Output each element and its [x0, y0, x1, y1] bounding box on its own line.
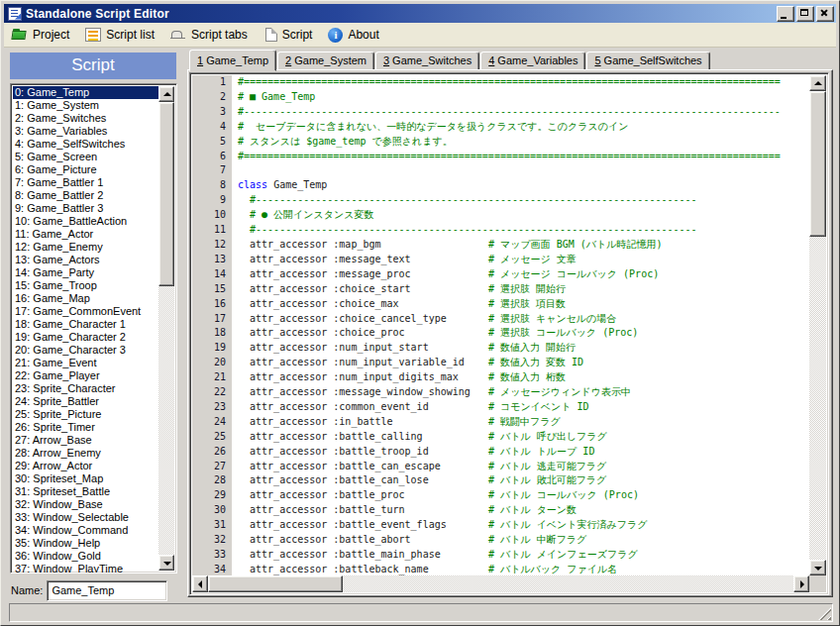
list-item[interactable]: 18: Game_Character 1	[13, 318, 158, 331]
code-line: 26 attr_accessor :battle_troop_id # バトル …	[192, 445, 809, 460]
script-list-button[interactable]: Script list	[79, 23, 164, 47]
tab-game_temp[interactable]: 1Game_Temp	[189, 50, 276, 71]
list-item[interactable]: 24: Sprite_Battler	[13, 395, 158, 408]
line-text: attr_accessor :choice_start # 選択肢 開始行	[232, 282, 566, 297]
script-tabs-icon	[170, 28, 186, 42]
list-item[interactable]: 20: Game_Character 3	[13, 344, 158, 357]
line-number: 18	[192, 326, 232, 341]
list-item[interactable]: 19: Game_Character 2	[13, 331, 158, 344]
list-item[interactable]: 7: Game_Battler 1	[13, 176, 158, 189]
line-text: #---------------------------------------…	[232, 105, 781, 120]
list-item[interactable]: 13: Game_Actors	[13, 254, 158, 266]
line-text: attr_accessor :choice_proc # 選択肢 コールバック …	[232, 326, 638, 341]
scroll-left-button[interactable]	[192, 575, 208, 592]
about-button[interactable]: About	[322, 23, 388, 47]
list-item[interactable]: 26: Sprite_Timer	[13, 421, 158, 434]
line-text: attr_accessor :battle_turn # バトル ターン数	[232, 503, 577, 518]
code-line: 14 attr_accessor :message_proc # メッセージ コ…	[192, 267, 809, 282]
list-item[interactable]: 6: Game_Picture	[13, 163, 158, 176]
maximize-button[interactable]	[796, 6, 814, 22]
scrollbar-thumb[interactable]	[208, 575, 343, 592]
project-button[interactable]: Project	[6, 23, 79, 47]
list-item[interactable]: 30: Spriteset_Map	[13, 472, 158, 485]
scroll-down-button[interactable]	[158, 555, 174, 571]
scrollbar-thumb[interactable]	[158, 102, 174, 286]
list-item[interactable]: 32: Window_Base	[13, 498, 158, 511]
scroll-up-button[interactable]	[158, 86, 174, 102]
list-item[interactable]: 14: Game_Party	[13, 266, 158, 279]
code-line: 12 attr_accessor :map_bgm # マップ画面 BGM (バ…	[192, 238, 809, 253]
script-page-icon	[265, 28, 277, 42]
code-area[interactable]: 1#======================================…	[192, 75, 809, 575]
list-item[interactable]: 21: Game_Event	[13, 357, 158, 369]
inline-comment: # バトル イベント実行済みフラグ	[488, 519, 648, 530]
list-item[interactable]: 23: Sprite_Character	[13, 382, 158, 395]
minimize-button[interactable]	[777, 6, 794, 22]
script-listbox[interactable]: 0: Game_Temp1: Game_System2: Game_Switch…	[10, 83, 177, 574]
inline-comment: # 選択肢 コールバック (Proc)	[488, 327, 638, 338]
list-item[interactable]: 31: Spriteset_Battle	[13, 485, 158, 498]
list-item[interactable]: 8: Game_Battler 2	[13, 189, 158, 202]
list-item[interactable]: 34: Window_Command	[13, 524, 158, 537]
scrollbar-thumb[interactable]	[809, 91, 826, 237]
list-item[interactable]: 15: Game_Troop	[13, 279, 158, 292]
list-item[interactable]: 10: Game_BattleAction	[13, 215, 158, 228]
tab-game_variables[interactable]: 4Game_Variables	[480, 52, 585, 70]
tab-game_switches[interactable]: 3Game_Switches	[375, 52, 479, 70]
list-item[interactable]: 3: Game_Variables	[13, 125, 158, 138]
line-text: #---------------------------------------…	[232, 223, 697, 238]
list-item[interactable]: 27: Arrow_Base	[13, 434, 158, 447]
list-item[interactable]: 25: Sprite_Picture	[13, 408, 158, 421]
list-item[interactable]: 0: Game_Temp	[13, 86, 158, 99]
line-number: 34	[192, 563, 232, 575]
tab-label: Game_Switches	[392, 54, 472, 66]
line-text: attr_accessor :map_bgm # マップ画面 BGM (バトル時…	[232, 238, 662, 253]
code-line: 25 attr_accessor :battle_calling # バトル 呼…	[192, 430, 809, 445]
scroll-down-button[interactable]	[809, 560, 826, 575]
resize-grip[interactable]	[818, 607, 831, 620]
list-item[interactable]: 1: Game_System	[13, 99, 158, 112]
script-tabs-button[interactable]: Script tabs	[164, 23, 258, 47]
tab-game_selfswitches[interactable]: 5Game_SelfSwitches	[586, 52, 709, 70]
tab-game_system[interactable]: 2Game_System	[277, 52, 374, 70]
code-line: 28 attr_accessor :battle_can_lose # バトル …	[192, 473, 809, 488]
line-number: 9	[192, 193, 232, 208]
list-item[interactable]: 36: Window_Gold	[13, 550, 158, 563]
list-item[interactable]: 33: Window_Selectable	[13, 511, 158, 524]
list-item[interactable]: 5: Game_Screen	[13, 151, 158, 163]
list-item[interactable]: 37: Window_PlayTime	[13, 563, 158, 574]
inline-comment: # バトル 中断フラグ	[488, 534, 586, 545]
code-line: 20 attr_accessor :num_input_variable_id …	[192, 356, 809, 370]
list-item[interactable]: 28: Arrow_Enemy	[13, 447, 158, 460]
list-item[interactable]: 29: Arrow_Actor	[13, 460, 158, 472]
inline-comment: # 選択肢 キャンセルの場合	[488, 313, 616, 324]
list-item[interactable]: 35: Window_Help	[13, 537, 158, 550]
editor-horizontal-scrollbar[interactable]	[192, 575, 809, 592]
close-button[interactable]	[816, 6, 834, 22]
list-item[interactable]: 2: Game_Switches	[13, 112, 158, 125]
line-text: # ■ Game_Temp	[232, 90, 315, 105]
list-item[interactable]: 9: Game_Battler 3	[13, 202, 158, 215]
code-editor[interactable]: 1#======================================…	[189, 72, 829, 595]
arrow-left-icon	[198, 580, 202, 588]
scroll-right-button[interactable]	[793, 575, 809, 592]
list-item[interactable]: 11: Game_Actor	[13, 228, 158, 241]
script-button[interactable]: Script	[258, 23, 323, 47]
script-name-input[interactable]	[47, 580, 167, 601]
line-text: attr_accessor :message_window_showing # …	[232, 385, 631, 400]
code-line: 15 attr_accessor :choice_start # 選択肢 開始行	[192, 282, 809, 297]
scroll-up-button[interactable]	[809, 75, 826, 91]
list-item[interactable]: 22: Game_Player	[13, 369, 158, 382]
list-item[interactable]: 12: Game_Enemy	[13, 241, 158, 254]
list-item[interactable]: 17: Game_CommonEvent	[13, 305, 158, 318]
line-text: # セーブデータに含まれない、一時的なデータを扱うクラスです。このクラスのイン	[232, 120, 628, 135]
list-item[interactable]: 4: Game_SelfSwitches	[13, 138, 158, 151]
script-list-scrollbar[interactable]	[158, 86, 174, 571]
code-line: 7	[192, 163, 809, 178]
line-number: 10	[192, 208, 232, 223]
list-item[interactable]: 16: Game_Map	[13, 292, 158, 305]
line-number: 31	[192, 518, 232, 533]
editor-vertical-scrollbar[interactable]	[809, 75, 826, 575]
tab-label: Game_System	[294, 54, 367, 66]
name-row: Name:	[11, 579, 179, 601]
